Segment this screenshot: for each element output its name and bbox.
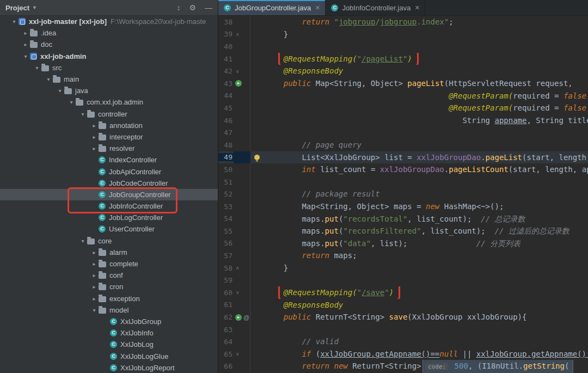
line-number[interactable]: 44 <box>218 91 234 100</box>
line-number[interactable]: 51 <box>218 178 234 186</box>
tree-item[interactable]: ▸conf <box>0 270 218 281</box>
code-line[interactable]: 41 @RequestMapping("/pageList") <box>218 53 588 65</box>
fold-down-icon[interactable]: ∨ <box>236 69 240 74</box>
chevron-right-icon[interactable]: ▸ <box>90 272 99 278</box>
line-number[interactable]: 59 <box>218 276 234 284</box>
chevron-down-icon[interactable]: ▾ <box>33 65 41 71</box>
code-editor[interactable]: 38 return "jobgroup/jobgroup.index";39∧ … <box>218 16 588 373</box>
chevron-down-icon[interactable]: ▾ <box>78 111 87 117</box>
editor-tab[interactable]: CJobInfoController.java× <box>326 0 425 15</box>
line-number[interactable]: 49 <box>218 153 234 161</box>
line-number[interactable]: 64 <box>218 338 234 346</box>
code-line[interactable]: 55 maps.put("recordsFiltered", list_coun… <box>218 225 588 237</box>
tree-item[interactable]: ▸annotation <box>0 120 218 131</box>
tree-item[interactable]: CXxlJobLog <box>0 339 218 350</box>
tree-item[interactable]: ▾src <box>0 62 218 74</box>
line-number[interactable]: 58 <box>218 264 234 272</box>
line-number[interactable]: 48 <box>218 141 234 149</box>
line-number[interactable]: 61 <box>218 301 234 309</box>
code-line[interactable]: 59 <box>218 274 588 286</box>
tree-item[interactable]: CJobGroupController <box>0 189 218 200</box>
tree-item[interactable]: ▾model <box>0 304 218 316</box>
project-panel-title[interactable]: Project <box>5 4 29 12</box>
close-icon[interactable]: × <box>415 3 419 12</box>
code-line[interactable]: 38 return "jobgroup/jobgroup.index"; <box>218 16 588 28</box>
tree-item[interactable]: CJobCodeController <box>0 178 218 189</box>
tree-item[interactable]: ▸doc <box>0 39 218 50</box>
tree-item[interactable]: CXxlJobLogReport <box>0 362 218 373</box>
tree-item[interactable]: ▾core <box>0 235 218 247</box>
chevron-down-icon[interactable]: ▾ <box>67 99 76 105</box>
code-line[interactable]: 46 String appname, String title) { <box>218 114 588 127</box>
close-icon[interactable]: × <box>315 3 320 12</box>
chevron-right-icon[interactable]: ▸ <box>90 134 99 140</box>
tree-item[interactable]: CXxlJobGroup <box>0 316 218 327</box>
line-number[interactable]: 40 <box>218 42 234 51</box>
code-line[interactable]: 51 <box>218 176 588 188</box>
tree-item[interactable]: ▾com.xxl.job.admin <box>0 96 218 108</box>
chevron-right-icon[interactable]: ▸ <box>90 261 99 267</box>
scroll-to-source-icon[interactable]: ↕ <box>176 4 180 11</box>
tree-item[interactable]: ▸exception <box>0 293 218 304</box>
spring-bean-icon[interactable]: ▸ <box>235 80 242 87</box>
tree-item[interactable]: CJobApiController <box>0 166 218 177</box>
fold-down-icon[interactable]: ∨ <box>236 290 240 295</box>
code-line[interactable]: 64 // valid <box>218 335 588 348</box>
chevron-down-icon[interactable]: ▾ <box>90 307 99 313</box>
line-number[interactable]: 50 <box>218 166 234 174</box>
line-number[interactable]: 43 <box>218 80 234 88</box>
tree-item[interactable]: ▸resolver <box>0 143 218 154</box>
code-line[interactable]: 40 <box>218 40 588 53</box>
line-number[interactable]: 54 <box>218 215 234 223</box>
line-number[interactable]: 56 <box>218 239 234 247</box>
tree-item[interactable]: ▾controller <box>0 108 218 120</box>
code-line[interactable]: 60∨ @RequestMapping("/save") <box>218 286 588 299</box>
code-line[interactable]: 58∧ } <box>218 262 588 274</box>
chevron-right-icon[interactable]: ▸ <box>21 41 30 47</box>
code-line[interactable]: 42∨ @ResponseBody <box>218 65 588 77</box>
tree-item[interactable]: CIndexController <box>0 154 218 166</box>
chevron-down-icon[interactable]: ▾ <box>56 88 64 94</box>
chevron-down-icon[interactable]: ▾ <box>10 19 19 25</box>
code-line[interactable]: 66 return new ReturnT<String>(code: 500,… <box>218 360 588 373</box>
tree-item[interactable]: CUserController <box>0 223 218 235</box>
tree-item[interactable]: ▸.idea <box>0 27 218 39</box>
line-number[interactable]: 46 <box>218 117 234 125</box>
chevron-right-icon[interactable]: ▸ <box>90 145 99 151</box>
line-number[interactable]: 41 <box>218 55 234 63</box>
settings-gear-icon[interactable]: ⚙ <box>189 4 196 11</box>
tree-item[interactable]: ▸interceptor <box>0 131 218 143</box>
chevron-down-icon[interactable]: ▾ <box>21 53 30 59</box>
chevron-down-icon[interactable]: ▼ <box>32 5 37 10</box>
intention-bulb-icon[interactable] <box>254 155 260 160</box>
tree-item[interactable]: ▾java <box>0 85 218 96</box>
line-number[interactable]: 45 <box>218 104 234 112</box>
editor-tab[interactable]: CJobGroupController.java× <box>218 0 326 15</box>
spring-bean-icon[interactable]: ▸ <box>235 314 242 321</box>
tree-item[interactable]: CJobLogController <box>0 212 218 223</box>
line-number[interactable]: 63 <box>218 326 234 334</box>
line-number[interactable]: 65 <box>218 350 234 358</box>
tree-item[interactable]: CJobInfoController <box>0 200 218 212</box>
code-line[interactable]: 48 // page query <box>218 139 588 151</box>
line-number[interactable]: 60 <box>218 289 234 297</box>
chevron-right-icon[interactable]: ▸ <box>90 249 99 255</box>
tree-item[interactable]: ▸cron <box>0 281 218 292</box>
line-number[interactable]: 42 <box>218 67 234 75</box>
line-number[interactable]: 52 <box>218 190 234 198</box>
line-number[interactable]: 66 <box>218 362 234 370</box>
tree-item[interactable]: ▸complete <box>0 258 218 270</box>
chevron-right-icon[interactable]: ▸ <box>90 123 99 129</box>
line-number[interactable]: 38 <box>218 18 234 26</box>
chevron-right-icon[interactable]: ▸ <box>90 284 99 290</box>
line-number[interactable]: 62 <box>218 313 234 321</box>
fold-up-icon[interactable]: ∧ <box>236 32 240 37</box>
line-number[interactable]: 55 <box>218 227 234 235</box>
code-line[interactable]: 61 @ResponseBody <box>218 299 588 311</box>
code-line[interactable]: 39∧ } <box>218 28 588 41</box>
code-line[interactable]: 44 @RequestParam(required = false, defau… <box>218 90 588 102</box>
code-line[interactable]: 49 List<XxlJobGroup> list = xxlJobGroupD… <box>218 151 588 164</box>
tree-item[interactable]: CXxlJobLogGlue <box>0 350 218 362</box>
hide-panel-icon[interactable]: — <box>205 4 212 11</box>
fold-up-icon[interactable]: ∧ <box>236 265 240 271</box>
